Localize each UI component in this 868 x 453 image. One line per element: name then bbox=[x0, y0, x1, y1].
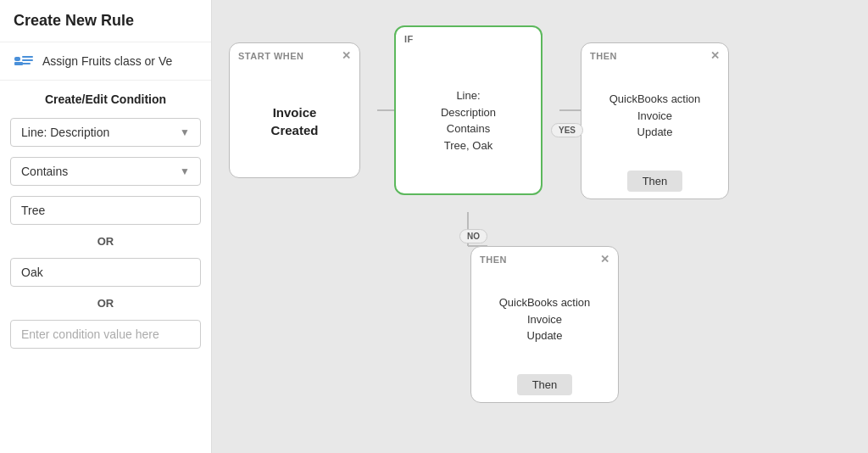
condition-section-title: Create/Edit Condition bbox=[0, 81, 211, 113]
then-bottom-button[interactable]: Then bbox=[517, 374, 573, 395]
value-input-empty[interactable] bbox=[10, 320, 201, 349]
then-top-node[interactable]: THEN ✕ QuickBooks actionInvoiceUpdate Th… bbox=[581, 42, 729, 199]
svg-rect-0 bbox=[14, 57, 20, 61]
svg-rect-2 bbox=[22, 56, 33, 58]
svg-rect-1 bbox=[14, 62, 23, 65]
start-when-close-icon[interactable]: ✕ bbox=[342, 50, 352, 61]
assign-row[interactable]: Assign Fruits class or Ve bbox=[0, 42, 211, 81]
then-bottom-header: THEN ✕ bbox=[471, 247, 618, 268]
yes-badge: YES bbox=[551, 123, 583, 137]
then-top-header: THEN ✕ bbox=[581, 43, 728, 64]
svg-rect-4 bbox=[22, 63, 31, 64]
svg-rect-3 bbox=[22, 59, 33, 61]
if-content: Line:DescriptionContainsTree, Oak bbox=[429, 48, 508, 193]
start-when-header: START WHEN ✕ bbox=[230, 43, 359, 64]
assign-text: Assign Fruits class or Ve bbox=[42, 54, 172, 68]
sidebar-title: Create New Rule bbox=[0, 0, 211, 42]
operator-dropdown-value: Contains bbox=[21, 165, 68, 178]
then-top-close-icon[interactable]: ✕ bbox=[710, 50, 721, 61]
or-label-1: OR bbox=[0, 230, 211, 253]
then-top-button[interactable]: Then bbox=[627, 171, 683, 192]
chevron-down-icon: ▼ bbox=[180, 165, 190, 177]
value-input-oak[interactable] bbox=[10, 258, 201, 287]
then-bottom-close-icon[interactable]: ✕ bbox=[600, 254, 610, 265]
then-top-content: QuickBooks actionInvoiceUpdate bbox=[598, 64, 713, 167]
or-label-2: OR bbox=[0, 292, 211, 315]
start-when-content: InvoiceCreated bbox=[259, 64, 331, 177]
then-bottom-content: QuickBooks actionInvoiceUpdate bbox=[487, 268, 603, 371]
person-icon bbox=[12, 53, 36, 70]
chevron-down-icon: ▼ bbox=[180, 126, 190, 138]
start-when-node[interactable]: START WHEN ✕ InvoiceCreated bbox=[229, 42, 360, 178]
sidebar: Create New Rule Assign Fruits class or V… bbox=[0, 0, 212, 453]
operator-dropdown[interactable]: Contains ▼ bbox=[10, 157, 201, 186]
field-dropdown-value: Line: Description bbox=[21, 126, 109, 139]
then-bottom-node[interactable]: THEN ✕ QuickBooks actionInvoiceUpdate Th… bbox=[470, 246, 619, 403]
field-dropdown[interactable]: Line: Description ▼ bbox=[10, 118, 201, 147]
flow-canvas: YES NO START WHEN ✕ InvoiceCreated IF Li… bbox=[212, 0, 868, 453]
value-input-tree[interactable] bbox=[10, 196, 201, 225]
if-node[interactable]: IF Line:DescriptionContainsTree, Oak bbox=[394, 25, 542, 195]
if-header: IF bbox=[396, 27, 541, 48]
no-badge: NO bbox=[459, 229, 487, 243]
